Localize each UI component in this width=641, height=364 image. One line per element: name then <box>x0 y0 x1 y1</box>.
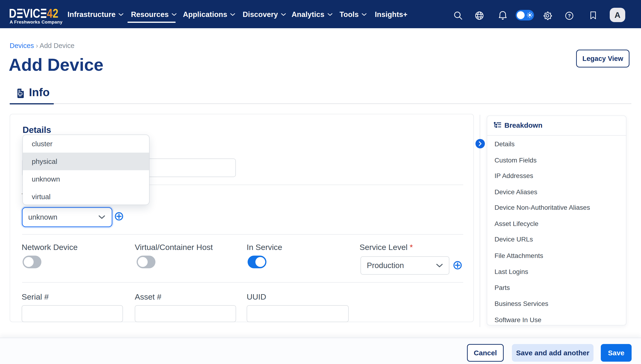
svg-text:?: ? <box>568 13 571 18</box>
